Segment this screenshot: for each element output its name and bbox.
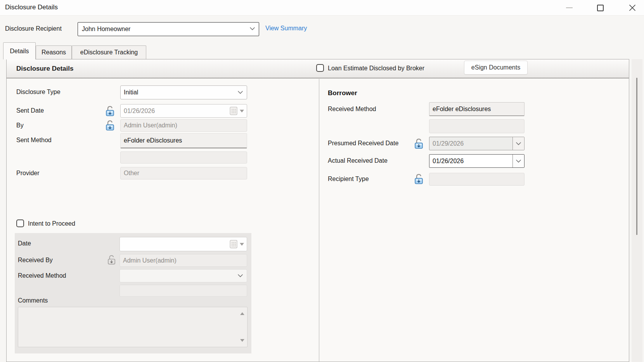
provider-value: Other — [124, 170, 139, 177]
borrower-received-method-label: Received Method — [328, 106, 376, 113]
tab-details[interactable]: Details — [3, 42, 36, 59]
sent-method-label: Sent Method — [16, 137, 52, 144]
intent-received-method-label: Received Method — [18, 272, 66, 279]
calendar-icon[interactable] — [230, 106, 238, 115]
sent-method-field: eFolder eDisclosures — [120, 133, 247, 148]
lock-open-icon[interactable] — [414, 173, 424, 184]
borrower-received-method-field: eFolder eDisclosures — [429, 102, 525, 116]
intent-to-proceed-checkbox[interactable] — [16, 219, 24, 227]
intent-date-label: Date — [18, 240, 31, 247]
actual-received-date-select[interactable]: 01/26/2026 — [429, 154, 525, 168]
intent-received-method-extra-field — [119, 285, 247, 297]
presumed-received-date-label: Presumed Received Date — [328, 140, 398, 147]
borrower-received-method-value: eFolder eDisclosures — [433, 106, 491, 113]
disclosure-recipient-select[interactable]: John Homeowner — [78, 22, 259, 36]
close-button[interactable] — [626, 3, 639, 12]
minimize-icon — [566, 7, 573, 8]
minimize-button[interactable] — [563, 4, 576, 12]
disclosure-recipient-label: Disclosure Recipient — [5, 25, 62, 32]
by-value: Admin User(admin) — [124, 122, 177, 129]
chevron-down-icon — [250, 27, 255, 30]
scrollbar-thumb[interactable] — [636, 78, 637, 235]
by-label: By — [16, 122, 24, 129]
lock-open-icon[interactable] — [106, 105, 115, 117]
maximize-icon — [597, 5, 604, 11]
lock-open-icon[interactable] — [106, 120, 115, 131]
lock-open-icon — [107, 254, 116, 265]
intent-to-proceed-label: Intent to Proceed — [28, 220, 75, 227]
disclosure-type-label: Disclosure Type — [16, 89, 61, 96]
provider-field: Other — [120, 167, 247, 179]
disclosure-type-value: Initial — [124, 89, 138, 96]
intent-received-by-label: Received By — [18, 257, 53, 264]
presumed-received-date-value: 01/29/2026 — [429, 137, 512, 150]
tab-reasons-label: Reasons — [42, 49, 66, 56]
group-title: Disclosure Details — [16, 65, 73, 73]
chevron-down-icon — [238, 91, 243, 94]
calendar-icon[interactable] — [230, 240, 238, 249]
comments-textarea[interactable] — [18, 307, 248, 347]
window-title: Disclosure Details — [5, 3, 58, 11]
loan-estimate-broker-checkbox[interactable] — [316, 64, 324, 72]
tab-details-label: Details — [10, 48, 29, 55]
sent-date-value: 01/26/2026 — [124, 108, 155, 115]
tab-reasons[interactable]: Reasons — [36, 45, 72, 59]
provider-label: Provider — [16, 170, 40, 177]
intent-date-field[interactable] — [119, 237, 247, 251]
chevron-down-icon — [516, 142, 521, 145]
recipient-type-label: Recipient Type — [328, 176, 369, 183]
dropdown-triangle-icon[interactable] — [239, 109, 244, 113]
actual-received-date-label: Actual Received Date — [328, 157, 388, 164]
intent-received-by-value: Admin User(admin) — [123, 257, 177, 264]
borrower-section-title: Borrower — [328, 89, 357, 97]
recipient-type-field — [429, 173, 525, 186]
chevron-down-icon — [516, 160, 521, 163]
comments-label: Comments — [18, 297, 48, 304]
disclosure-type-select[interactable]: Initial — [120, 85, 247, 99]
tab-edisclosure-tracking[interactable]: eDisclosure Tracking — [72, 45, 146, 59]
sent-method-extra-field — [120, 151, 247, 164]
title-bar — [0, 0, 644, 16]
lock-open-icon[interactable] — [414, 138, 424, 149]
disclosure-details-dialog: Disclosure Details Disclosure Recipient … — [0, 0, 644, 362]
by-field: Admin User(admin) — [120, 119, 247, 132]
esign-documents-label: eSign Documents — [471, 64, 520, 71]
intent-received-by-field: Admin User(admin) — [119, 254, 247, 267]
sent-method-value: eFolder eDisclosures — [124, 137, 182, 144]
presumed-received-date-select[interactable]: 01/29/2026 — [429, 137, 525, 150]
chevron-down-icon — [238, 274, 243, 277]
tab-edisclosure-tracking-label: eDisclosure Tracking — [80, 49, 138, 56]
sent-date-label: Sent Date — [16, 107, 44, 114]
scroll-down-icon[interactable] — [240, 339, 245, 342]
dropdown-triangle-icon[interactable] — [239, 242, 244, 246]
sent-date-field[interactable]: 01/26/2026 — [120, 104, 247, 118]
view-summary-link[interactable]: View Summary — [265, 25, 307, 32]
loan-estimate-broker-label: Loan Estimate Disclosed by Broker — [328, 65, 424, 72]
esign-documents-button[interactable]: eSign Documents — [464, 61, 528, 75]
borrower-received-method-extra-field — [429, 119, 525, 133]
column-divider — [319, 79, 319, 362]
actual-received-date-value: 01/26/2026 — [429, 155, 512, 167]
disclosure-recipient-value: John Homeowner — [82, 26, 130, 33]
close-icon — [629, 5, 635, 11]
maximize-button[interactable] — [594, 4, 607, 12]
scroll-up-icon[interactable] — [240, 312, 245, 315]
intent-received-method-select[interactable] — [119, 269, 247, 282]
